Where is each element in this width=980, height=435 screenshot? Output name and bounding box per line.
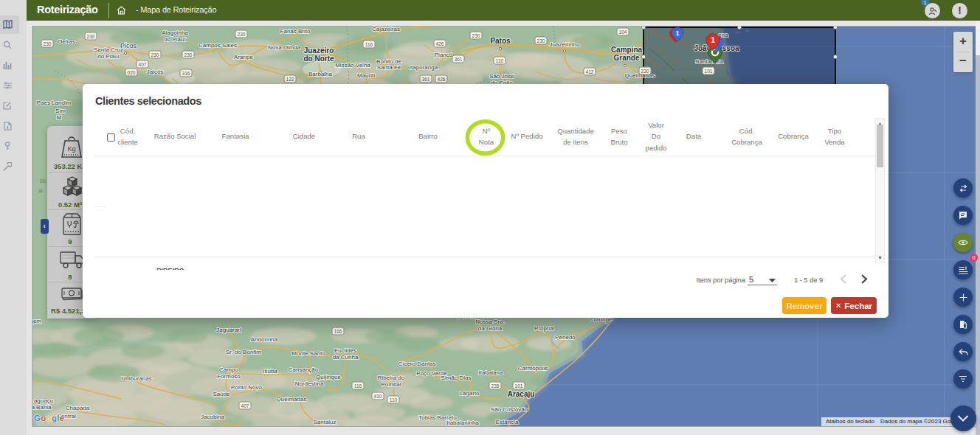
svg-text:Jaicós: Jaicós [147,69,164,75]
svg-text:Penedo: Penedo [555,334,576,341]
svg-text:Cícero Dantas: Cícero Dantas [398,361,435,367]
svg-text:Patos: Patos [490,37,511,45]
svg-text:Andorinha: Andorinha [251,336,278,343]
svg-text:410: 410 [374,394,382,399]
svg-text:Grande: Grande [613,54,639,62]
svg-text:Saúde: Saúde [213,391,230,397]
svg-text:Piancó: Piancó [435,52,453,58]
svg-text:Ponto Novo: Ponto Novo [231,384,262,391]
svg-text:Nordestina: Nordestina [295,380,324,387]
svg-text:Ribeira do: Ribeira do [378,375,405,381]
svg-text:407: 407 [241,403,249,408]
svg-text:Monte Santo: Monte Santo [291,350,325,357]
svg-text:do Norte: do Norte [303,55,334,63]
svg-text:426: 426 [438,77,446,82]
svg-text:116: 116 [334,329,342,334]
svg-text:Itabaiana: Itabaiana [479,369,503,376]
svg-text:Lagarto: Lagarto [459,390,480,397]
svg-text:316: 316 [182,71,190,76]
svg-text:101: 101 [515,383,523,389]
svg-text:Santa Rita: Santa Rita [695,58,723,65]
svg-text:Aracaju: Aracaju [508,390,535,398]
svg-text:Juazeirinho: Juazeirinho [550,41,580,48]
svg-text:da Cunha: da Cunha [333,354,359,361]
svg-text:Santa Fé: Santa Fé [377,64,401,71]
svg-text:Sim: Sim [55,108,66,114]
svg-text:1: 1 [711,36,715,44]
svg-text:Paes Landim: Paes Landim [37,100,72,106]
svg-text:Alagoinha: Alagoinha [162,29,188,36]
svg-text:426: 426 [436,41,444,46]
svg-text:230: 230 [151,52,159,58]
svg-text:da Glória: da Glória [478,325,503,332]
svg-text:Picos: Picos [120,42,137,49]
svg-text:Carmópolis: Carmópolis [518,365,548,372]
svg-text:104: 104 [619,29,627,35]
svg-text:Simão Dias: Simão Dias [441,375,472,381]
svg-text:Campo: Campo [219,366,238,373]
svg-text:Kg: Kg [67,145,75,153]
svg-text:Quijingue: Quijingue [316,374,341,380]
svg-text:São Cristóvão: São Cristóvão [491,406,528,413]
svg-text:Chapada: Chapada [66,405,90,411]
svg-text:sagem: sagem [32,318,41,324]
svg-text:Jaguarari: Jaguarari [216,327,241,333]
svg-text:235: 235 [491,383,500,389]
svg-text:Juazeiro: Juazeiro [304,46,334,55]
svg-text:Pombal: Pombal [381,381,401,388]
svg-text:do Piauí: do Piauí [97,53,120,60]
svg-text:Mauriti: Mauriti [357,72,375,79]
svg-text:110: 110 [390,397,398,403]
svg-text:412: 412 [586,69,594,74]
svg-text:Barbalha: Barbalha [308,71,333,77]
svg-text:020: 020 [128,70,136,75]
svg-text:Cajazeiras: Cajazeiras [372,27,400,32]
svg-text:M: M [57,114,62,121]
svg-text:361: 361 [422,77,430,82]
svg-text:Cansanção: Cansanção [289,366,319,373]
svg-text:05;: 05; [40,178,47,184]
svg-text:Campina: Campina [611,46,643,54]
svg-text:407: 407 [139,62,147,67]
svg-text:São José: São José [489,73,514,80]
svg-text:361: 361 [455,57,463,62]
svg-text:Itaporanga: Itaporanga [410,64,438,71]
svg-text:Santa Cruz: Santa Cruz [94,46,123,53]
svg-text:Oeiras: Oeiras [58,38,75,45]
svg-text:122: 122 [286,77,294,82]
svg-text:Umburanas: Umburanas [121,375,151,382]
svg-text:101: 101 [705,69,713,74]
svg-text:110: 110 [496,58,504,63]
svg-text:230: 230 [87,34,95,39]
svg-text:Propriá: Propriá [534,325,553,332]
svg-text:Euclides: Euclides [334,347,356,354]
svg-text:Santaluz: Santaluz [313,419,336,425]
svg-text:116: 116 [365,42,373,47]
svg-text:aguaçu: aguaçu [34,397,53,404]
svg-text:do Piauí: do Piauí [164,36,186,43]
svg-text:Itabaianinha: Itabaianinha [446,420,479,426]
svg-text:230: 230 [44,41,52,46]
svg-text:a Bahia: a Bahia [32,404,52,411]
svg-text:Nova Olinda: Nova Olinda [268,44,301,51]
svg-text:Estância: Estância [496,419,519,425]
svg-text:Queimadas: Queimadas [277,396,307,403]
svg-text:Farias Brito: Farias Brito [280,28,311,35]
svg-text:230: 230 [641,69,649,74]
svg-text:230: 230 [537,38,545,44]
svg-text:230: 230 [184,52,193,58]
svg-text:Araripe: Araripe [234,54,253,60]
svg-text:Formoso: Formoso [217,373,241,380]
svg-text:Sr. do Bonfim: Sr. do Bonfim [226,349,261,355]
svg-text:al: al [38,188,43,193]
svg-text:Missão Velha: Missão Velha [335,62,370,69]
svg-text:Jacobina: Jacobina [201,414,225,420]
svg-text:116: 116 [354,383,362,389]
svg-text:230: 230 [472,33,480,38]
svg-text:Campos Sales: Campos Sales [199,42,237,49]
svg-text:Itiúba: Itiúba [263,368,277,375]
svg-text:230: 230 [238,32,246,37]
svg-text:1: 1 [675,29,679,37]
